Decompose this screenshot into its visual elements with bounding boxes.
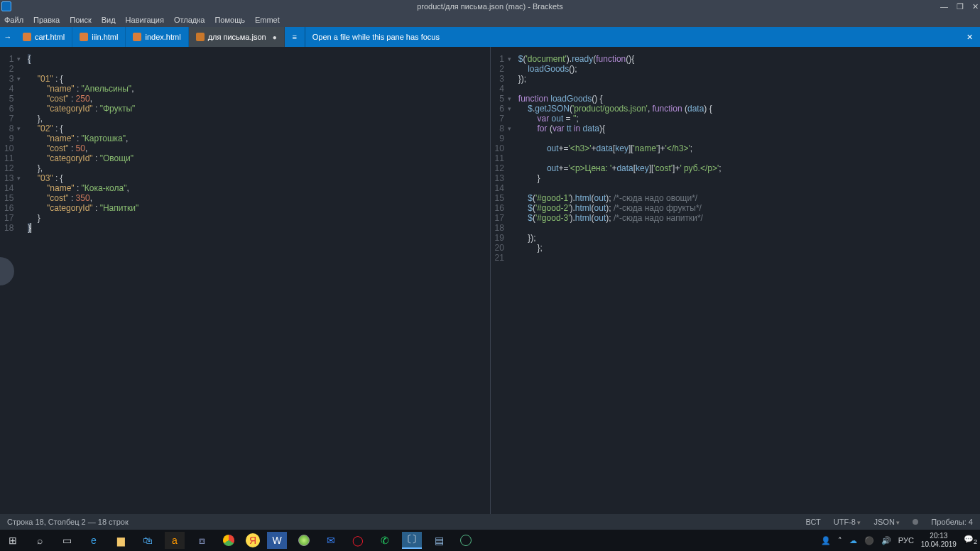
lock-app-icon[interactable] — [456, 532, 476, 549]
second-pane-hint: Open a file while this pane has focus — [312, 33, 440, 41]
people-icon[interactable]: 👤 — [821, 536, 831, 545]
onedrive-icon[interactable]: ☁ — [849, 536, 857, 545]
dropbox-icon[interactable]: ⧈ — [192, 532, 212, 549]
action-center-icon[interactable]: 💬2 — [964, 535, 977, 545]
titlebar: product/для письма.json (mac) - Brackets… — [0, 0, 980, 13]
menu-nav[interactable]: Навигация — [126, 16, 164, 24]
chrome-icon[interactable] — [219, 532, 239, 549]
file-icon — [196, 33, 205, 41]
clock-time: 20:13 — [921, 532, 957, 540]
word-icon[interactable]: W — [267, 532, 287, 549]
window-title: product/для письма.json (mac) - Brackets — [417, 2, 563, 11]
volume-icon[interactable]: 🔊 — [881, 536, 891, 545]
tab-bar: → cart.html iiin.html index.html для пис… — [0, 27, 980, 47]
modified-dot-icon: ● — [273, 33, 277, 41]
tab-label: index.html — [145, 33, 180, 41]
network-icon[interactable]: ⚫ — [864, 536, 874, 545]
gutter-right: 1▾2345▾6▾78▾9101112131415161718192021 — [491, 47, 507, 514]
whatsapp-icon[interactable]: ✆ — [375, 532, 395, 549]
close-button[interactable]: ✕ — [972, 2, 979, 11]
green-app-icon[interactable] — [294, 532, 314, 549]
tab-json[interactable]: для письма.json● — [189, 27, 285, 47]
file-icon — [23, 33, 31, 41]
system-tray: 👤 ˄ ☁ ⚫ 🔊 РУС 20:13 10.04.2019 💬2 — [821, 532, 977, 549]
tab-index[interactable]: index.html — [126, 27, 188, 47]
editor-area: 1▾23▾45678▾910111213▾1415161718 { "01" :… — [0, 47, 980, 514]
tab-cart[interactable]: cart.html — [16, 27, 72, 47]
window-controls: — ❐ ✕ — [940, 2, 979, 11]
code-left[interactable]: { "01" : { "name" : "Апельсины", "cost" … — [16, 47, 138, 514]
status-dot-icon — [913, 519, 918, 525]
taskview-icon[interactable]: ▭ — [57, 532, 77, 549]
mail-icon[interactable]: ✉ — [321, 532, 341, 549]
search-icon[interactable]: ⌕ — [30, 532, 50, 549]
split-pane-icon[interactable]: ≡ — [285, 27, 305, 47]
yandex-icon[interactable]: Я — [246, 533, 260, 547]
tabs-back-icon[interactable]: → — [0, 27, 16, 47]
clock[interactable]: 20:13 10.04.2019 — [921, 532, 957, 549]
opera-icon[interactable]: ◯ — [348, 532, 368, 549]
tab-iiin[interactable]: iiin.html — [72, 27, 126, 47]
input-lang[interactable]: РУС — [898, 536, 914, 545]
notepad-icon[interactable]: ▤ — [429, 532, 449, 549]
editor-left[interactable]: 1▾23▾45678▾910111213▾1415161718 { "01" :… — [0, 47, 490, 514]
tab-label: cart.html — [35, 33, 65, 41]
amazon-icon[interactable]: a — [165, 532, 185, 549]
explorer-icon[interactable]: ▆ — [111, 532, 131, 549]
menubar: Файл Правка Поиск Вид Навигация Отладка … — [0, 13, 980, 27]
status-bar: Строка 18, Столбец 2 — 18 строк ВСТ UTF-… — [0, 514, 980, 530]
brackets-icon[interactable]: 〔〕 — [402, 532, 422, 549]
menu-view[interactable]: Вид — [102, 16, 116, 24]
taskbar: ⊞ ⌕ ▭ e ▆ 🛍 a ⧈ Я W ✉ ◯ ✆ 〔〕 ▤ 👤 ˄ ☁ ⚫ 🔊… — [0, 530, 980, 551]
status-language[interactable]: JSON — [874, 518, 900, 526]
tray-chevron-icon[interactable]: ˄ — [838, 536, 842, 545]
editor-right[interactable]: 1▾2345▾6▾78▾9101112131415161718192021 $(… — [490, 47, 981, 514]
menu-debug[interactable]: Отладка — [174, 16, 205, 24]
start-button[interactable]: ⊞ — [3, 532, 23, 549]
status-encoding[interactable]: UTF-8 — [834, 518, 861, 526]
menu-help[interactable]: Помощь — [214, 16, 245, 24]
clock-date: 10.04.2019 — [921, 540, 957, 549]
status-insert[interactable]: ВСТ — [806, 518, 821, 526]
tab-label: iiin.html — [92, 33, 118, 41]
menu-emmet[interactable]: Emmet — [255, 16, 280, 24]
edge-icon[interactable]: e — [84, 532, 104, 549]
file-icon — [80, 33, 88, 41]
menu-search[interactable]: Поиск — [70, 16, 91, 24]
status-indent[interactable]: Пробелы: 4 — [931, 518, 973, 526]
second-pane-header[interactable]: Open a file while this pane has focus ✕ — [305, 27, 980, 47]
code-right[interactable]: $('document').ready(function(){ loadGood… — [507, 47, 722, 514]
app-logo-icon — [1, 1, 11, 11]
cursor-position[interactable]: Строка 18, Столбец 2 — 18 строк — [7, 518, 129, 526]
maximize-button[interactable]: ❐ — [957, 2, 964, 11]
close-pane-icon[interactable]: ✕ — [967, 33, 973, 42]
menu-file[interactable]: Файл — [4, 16, 23, 24]
menu-edit[interactable]: Правка — [33, 16, 60, 24]
file-icon — [133, 33, 141, 41]
tab-label: для письма.json — [208, 33, 266, 41]
minimize-button[interactable]: — — [940, 2, 948, 11]
store-icon[interactable]: 🛍 — [138, 532, 158, 549]
